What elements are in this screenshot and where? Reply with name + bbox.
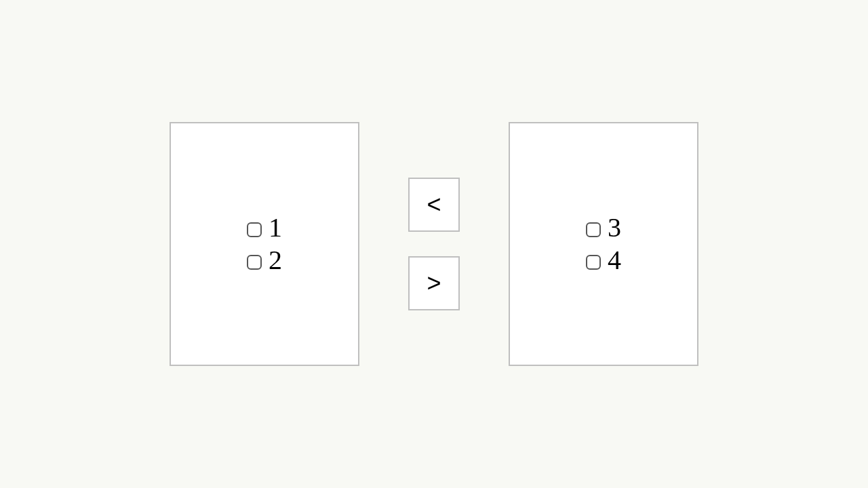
move-controls: < > xyxy=(408,178,460,310)
left-items: 1 2 xyxy=(247,212,282,276)
move-left-button[interactable]: < xyxy=(408,178,460,232)
transfer-container: 1 2 < > 3 4 xyxy=(170,122,698,366)
checkbox-icon[interactable] xyxy=(247,255,262,270)
list-item[interactable]: 1 xyxy=(247,212,282,243)
checkbox-icon[interactable] xyxy=(586,255,601,270)
chevron-left-icon: < xyxy=(427,190,441,219)
chevron-right-icon: > xyxy=(427,269,441,298)
left-list-panel: 1 2 xyxy=(170,122,359,366)
item-label: 1 xyxy=(269,212,282,243)
item-label: 2 xyxy=(269,245,282,276)
list-item[interactable]: 4 xyxy=(586,245,621,276)
checkbox-icon[interactable] xyxy=(586,222,601,237)
checkbox-icon[interactable] xyxy=(247,222,262,237)
item-label: 3 xyxy=(608,212,621,243)
right-list-panel: 3 4 xyxy=(509,122,698,366)
list-item[interactable]: 2 xyxy=(247,245,282,276)
list-item[interactable]: 3 xyxy=(586,212,621,243)
right-items: 3 4 xyxy=(586,212,621,276)
item-label: 4 xyxy=(608,245,621,276)
move-right-button[interactable]: > xyxy=(408,256,460,310)
